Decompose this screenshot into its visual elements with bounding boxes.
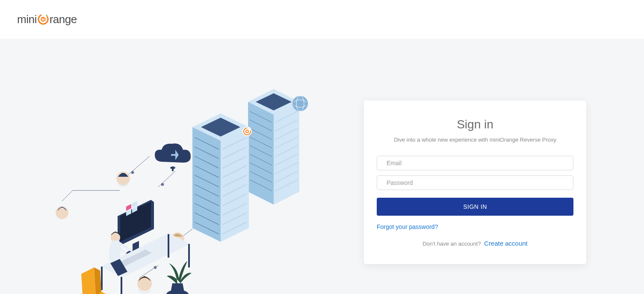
signin-button[interactable]: SIGN IN: [377, 198, 573, 216]
svg-marker-35: [221, 127, 249, 242]
no-account-text: Don't have an account?: [422, 241, 481, 247]
svg-marker-10: [248, 102, 274, 205]
svg-point-65: [137, 276, 152, 291]
svg-rect-75: [101, 267, 103, 290]
avatar-icon: [56, 206, 68, 219]
svg-marker-34: [192, 127, 221, 242]
main-content: Sign in Dive into a whole new experience…: [0, 39, 644, 294]
workstation-icon: [81, 200, 192, 294]
server-rack-back-icon: [248, 89, 308, 205]
svg-rect-77: [188, 244, 190, 267]
svg-rect-78: [168, 234, 169, 258]
brand-text-range: range: [50, 13, 77, 26]
svg-point-5: [131, 171, 134, 174]
forgot-password-link[interactable]: Forgot your password?: [377, 223, 573, 230]
header: mini range: [0, 0, 644, 39]
signin-subtitle: Dive into a whole new experience with mi…: [377, 137, 573, 143]
svg-marker-11: [274, 102, 299, 205]
cloud-upload-icon: [155, 143, 191, 171]
avatar-icon: [116, 172, 130, 187]
plant-icon: [166, 261, 192, 294]
svg-point-30: [292, 96, 308, 111]
brand-logo: mini range: [17, 13, 77, 26]
svg-point-4: [161, 183, 164, 186]
email-input[interactable]: [377, 156, 573, 170]
svg-point-62: [56, 206, 68, 219]
create-account-link[interactable]: Create account: [484, 240, 528, 247]
svg-rect-61: [172, 167, 174, 171]
avatar-icon: [137, 276, 152, 294]
signin-card: Sign in Dive into a whole new experience…: [364, 101, 586, 264]
signin-title: Sign in: [377, 118, 573, 131]
brand-text-mini: mini: [17, 13, 37, 26]
brand-orange-icon: [37, 13, 49, 25]
signup-row: Don't have an account? Create account: [377, 240, 573, 247]
server-rack-front-icon: [192, 113, 252, 242]
svg-rect-76: [121, 277, 122, 294]
svg-marker-80: [81, 267, 96, 294]
password-input[interactable]: [377, 175, 573, 190]
svg-point-6: [154, 266, 157, 269]
svg-rect-2: [43, 18, 44, 20]
